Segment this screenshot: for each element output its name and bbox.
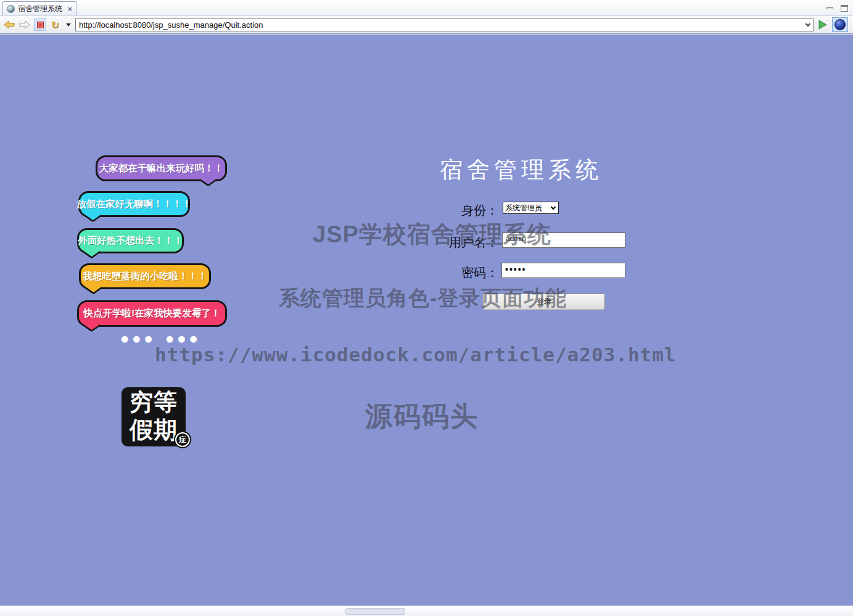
bubble-text: 快点开学啦!在家我快要发霉了！ bbox=[83, 307, 220, 320]
refresh-icon: ↻ bbox=[51, 19, 59, 31]
back-button[interactable] bbox=[3, 18, 15, 31]
refresh-button[interactable]: ↻ bbox=[49, 18, 62, 31]
speech-bubble: 快点开学啦!在家我快要发霉了！ bbox=[77, 300, 227, 327]
identity-selected-value: 系统管理员 bbox=[505, 203, 542, 213]
window-controls bbox=[826, 0, 848, 15]
forward-button[interactable] bbox=[19, 18, 31, 31]
logo-badge: 症 bbox=[175, 432, 190, 447]
chevron-down-icon bbox=[806, 21, 810, 26]
open-external-browser-button[interactable] bbox=[832, 17, 848, 32]
toolbar-dropdown-button[interactable] bbox=[65, 18, 72, 31]
qiongdeng-jiaqi-logo: 穷等 假期 症 bbox=[122, 387, 186, 446]
forward-arrow-icon bbox=[19, 20, 30, 29]
username-input[interactable] bbox=[502, 232, 625, 248]
browser-tab[interactable]: 宿舍管理系统 × bbox=[2, 1, 76, 15]
identity-label: 身份： bbox=[407, 202, 498, 219]
stop-icon bbox=[37, 22, 44, 28]
minimize-icon[interactable] bbox=[826, 7, 833, 9]
maximize-icon[interactable] bbox=[841, 5, 848, 12]
speech-bubble: 放假在家好无聊啊！！！！ bbox=[78, 191, 190, 217]
username-label: 用户名： bbox=[407, 234, 498, 251]
globe-icon bbox=[7, 5, 15, 13]
stop-button[interactable] bbox=[34, 18, 46, 31]
bubble-text: 外面好热不想出去！！！ bbox=[78, 234, 183, 247]
select-chevron-icon bbox=[551, 204, 556, 209]
speech-bubble: 我想吃堕落街的小吃啦！！！ bbox=[79, 263, 211, 289]
bubble-text: 放假在家好无聊啊！！！！ bbox=[77, 198, 192, 211]
caret-down-icon bbox=[66, 23, 71, 27]
tab-close-icon[interactable]: × bbox=[67, 5, 72, 13]
back-arrow-icon bbox=[4, 20, 15, 29]
address-bar bbox=[75, 18, 814, 31]
speech-bubble: 大家都在干嘛出来玩好吗！！ bbox=[96, 155, 227, 181]
logo-line1: 穷等 bbox=[122, 388, 186, 416]
tab-title: 宿舍管理系统 bbox=[18, 4, 62, 14]
page-content: 大家都在干嘛出来玩好吗！！ 放假在家好无聊啊！！！！ 外面好热不想出去！！！ 我… bbox=[0, 35, 853, 606]
watermark-url: https://www.icodedock.com/article/a203.h… bbox=[155, 343, 677, 366]
password-label: 密码： bbox=[407, 265, 498, 281]
page-title: 宿舍管理系统 bbox=[382, 155, 660, 186]
bubble-text: 我想吃堕落街的小吃啦！！！ bbox=[83, 270, 207, 283]
ellipsis-dots: ●●● ●●● bbox=[121, 334, 202, 343]
bubble-text: 大家都在干嘛出来玩好吗！！ bbox=[99, 162, 224, 175]
browser-sphere-icon bbox=[834, 19, 846, 30]
browser-toolbar: ↻ bbox=[0, 16, 853, 35]
speech-bubble: 外面好热不想出去！！！ bbox=[77, 228, 184, 253]
url-dropdown-button[interactable] bbox=[803, 24, 813, 26]
scrollbar-thumb[interactable] bbox=[345, 608, 405, 615]
identity-select[interactable]: 系统管理员 bbox=[503, 202, 559, 214]
watermark-source-dock: 源码码头 bbox=[365, 398, 479, 435]
login-button[interactable]: 登录 bbox=[483, 294, 605, 310]
url-input[interactable] bbox=[76, 20, 803, 30]
go-play-icon bbox=[818, 20, 828, 30]
password-input[interactable] bbox=[501, 263, 625, 278]
horizontal-scrollbar[interactable] bbox=[0, 606, 853, 616]
browser-window: 宿舍管理系统 × ↻ bbox=[0, 0, 853, 616]
go-button[interactable] bbox=[817, 18, 829, 31]
tab-bar: 宿舍管理系统 × bbox=[0, 0, 853, 16]
